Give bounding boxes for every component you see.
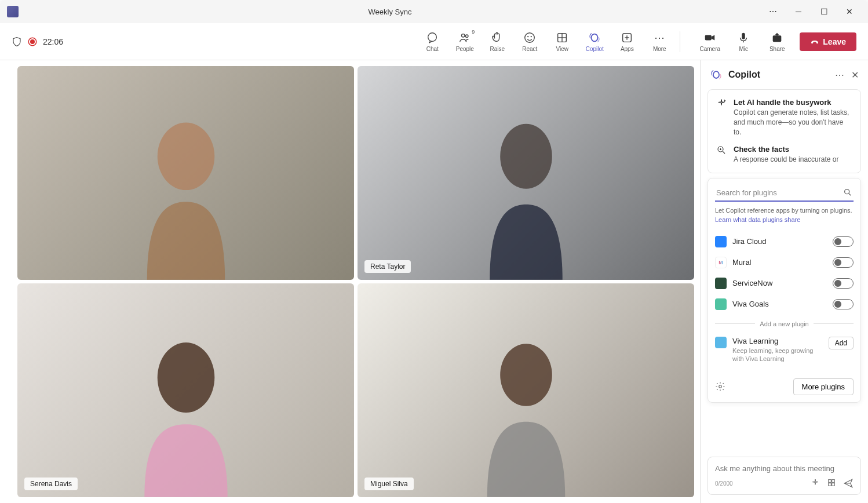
plugin-suggestion-row: Viva Learning Keep learning, keep growin… [715, 333, 854, 367]
svg-point-5 [531, 36, 532, 37]
recording-timer: 22:06 [43, 37, 63, 46]
svg-rect-30 [829, 483, 831, 486]
shield-icon [12, 37, 22, 47]
tip-title: Let AI handle the busywork [734, 98, 852, 107]
camera-button[interactable]: Camera [694, 27, 725, 57]
grid-action-icon[interactable] [827, 478, 836, 487]
send-icon[interactable] [843, 478, 854, 489]
copilot-panel-title: Copilot [728, 70, 829, 80]
magnify-icon [716, 145, 727, 165]
plugin-row-jira: Jira Cloud [715, 231, 854, 252]
svg-line-22 [723, 152, 725, 154]
recording-icon [29, 38, 36, 45]
plugin-row-vivagoals: Viva Goals [715, 294, 854, 315]
view-button[interactable]: View [546, 27, 578, 57]
plugin-toggle[interactable] [833, 257, 854, 268]
tip-desc: Copilot can generate notes, list tasks, … [734, 108, 852, 137]
copilot-close-icon[interactable]: ✕ [851, 70, 859, 81]
sparkle-icon [716, 98, 727, 137]
participant-silhouette [425, 315, 627, 497]
plugin-row-mural: M Mural [715, 252, 854, 273]
app-window: Weekly Sync ⋯ ─ ☐ ✕ 22:06 Chat 9 People [0, 0, 868, 503]
more-label: More [653, 46, 666, 52]
apps-button[interactable]: Apps [611, 27, 643, 57]
window-more-icon[interactable]: ⋯ [761, 3, 785, 20]
copilot-label: Copilot [586, 46, 604, 52]
copilot-button[interactable]: Copilot [579, 27, 610, 57]
raise-hand-button[interactable]: Raise [482, 27, 513, 57]
people-count: 9 [472, 29, 475, 35]
compose-char-count: 0/2000 [715, 480, 733, 487]
gear-icon[interactable] [715, 381, 725, 392]
hangup-icon [810, 37, 819, 46]
copilot-tip: Let AI handle the busywork Copilot can g… [716, 98, 852, 137]
people-label: People [456, 46, 474, 52]
raise-label: Raise [490, 46, 505, 52]
more-button[interactable]: ⋯ More [644, 27, 675, 57]
window-close-icon[interactable]: ✕ [838, 3, 861, 20]
video-tile[interactable] [17, 66, 354, 280]
svg-rect-14 [742, 32, 746, 39]
svg-point-27 [719, 385, 722, 388]
svg-rect-13 [705, 35, 712, 40]
sparkle-action-icon[interactable] [811, 478, 820, 487]
svg-point-3 [525, 32, 535, 42]
svg-point-17 [500, 124, 552, 189]
participant-name-tag: Serena Davis [24, 478, 78, 490]
add-plugin-button[interactable]: Add [829, 337, 854, 349]
svg-point-1 [462, 34, 465, 37]
svg-point-18 [157, 342, 214, 413]
svg-point-25 [845, 189, 849, 194]
plugin-note: Let Copilot reference apps by turning on… [715, 206, 854, 224]
svg-point-0 [428, 32, 437, 41]
svg-rect-29 [832, 480, 835, 483]
leave-button[interactable]: Leave [800, 32, 856, 51]
suggestion-desc: Keep learning, keep growing with Viva Le… [732, 347, 823, 363]
people-button[interactable]: 9 People [449, 27, 480, 57]
main-area: Reta Taylor Serena Davis Miguel Silva Co… [0, 60, 868, 503]
leave-label: Leave [823, 37, 846, 46]
video-tile[interactable]: Reta Taylor [358, 66, 694, 280]
plugin-toggle[interactable] [833, 299, 854, 309]
plugin-name: Viva Goals [732, 300, 827, 308]
svg-point-2 [466, 34, 469, 37]
react-button[interactable]: React [514, 27, 545, 57]
share-button[interactable]: Share [761, 27, 793, 57]
meeting-title: Weekly Sync [369, 8, 412, 16]
svg-point-19 [500, 344, 552, 407]
participant-silhouette [85, 315, 287, 497]
plugin-card: Let Copilot reference apps by turning on… [707, 178, 861, 402]
plugin-learn-link[interactable]: Learn what data plugins share [715, 216, 800, 223]
toolbar-divider [680, 31, 680, 52]
participant-name-tag: Reta Taylor [364, 260, 411, 273]
participant-silhouette [425, 98, 627, 280]
copilot-panel: Copilot ⋯ ✕ Let AI handle the busywork C… [700, 60, 868, 503]
video-tile[interactable]: Serena Davis [17, 283, 354, 497]
more-plugins-button[interactable]: More plugins [793, 378, 854, 395]
window-minimize-icon[interactable]: ─ [787, 3, 810, 20]
mic-button[interactable]: Mic [728, 27, 759, 57]
plugin-toggle[interactable] [833, 278, 854, 289]
svg-point-16 [157, 123, 214, 190]
plugin-name: ServiceNow [732, 279, 827, 287]
meeting-toolbar: 22:06 Chat 9 People Raise React V [0, 23, 868, 60]
svg-point-9 [592, 34, 598, 41]
copilot-more-icon[interactable]: ⋯ [835, 70, 844, 81]
suggestion-name: Viva Learning [732, 337, 823, 345]
search-icon[interactable] [843, 188, 852, 197]
plugin-row-servicenow: ServiceNow [715, 273, 854, 294]
plugin-search-input[interactable] [716, 188, 843, 197]
svg-rect-31 [832, 483, 835, 486]
video-tile[interactable]: Miguel Silva [358, 283, 694, 497]
tip-desc: A response could be inaccurate or [734, 155, 838, 165]
view-label: View [556, 46, 569, 52]
window-maximize-icon[interactable]: ☐ [812, 3, 836, 20]
titlebar: Weekly Sync ⋯ ─ ☐ ✕ [0, 0, 868, 23]
plugin-footer: More plugins [715, 373, 854, 395]
video-grid: Reta Taylor Serena Davis Miguel Silva [0, 60, 700, 503]
plugin-toggle[interactable] [833, 236, 854, 247]
copilot-tips-card: Let AI handle the busywork Copilot can g… [707, 89, 861, 173]
chat-button[interactable]: Chat [417, 27, 448, 57]
copilot-compose-input[interactable] [715, 464, 854, 473]
mic-label: Mic [739, 46, 749, 52]
